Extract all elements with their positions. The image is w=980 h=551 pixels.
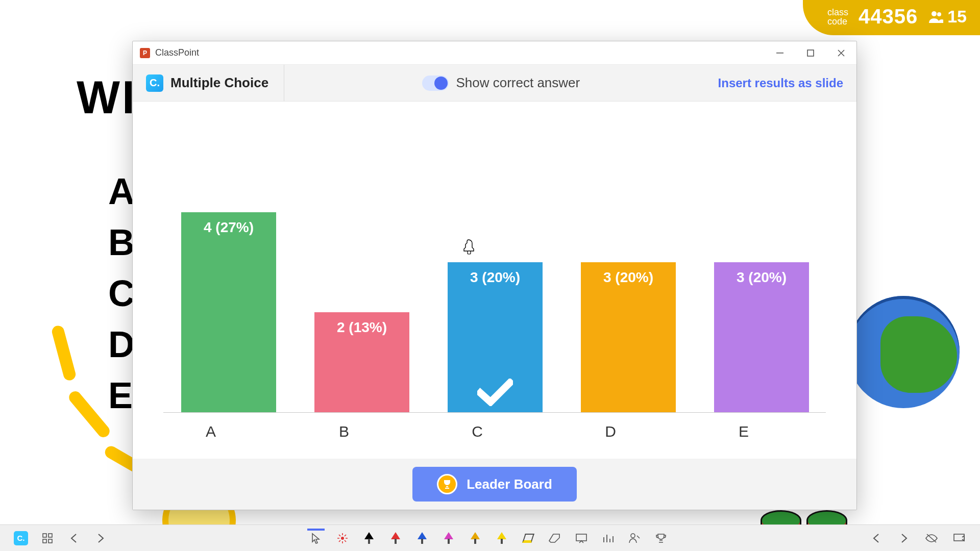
class-code-label-bottom: code: [827, 17, 848, 26]
pen-color-1[interactable]: [387, 530, 404, 547]
slide-option-d: D: [108, 319, 135, 370]
svg-rect-3: [807, 50, 814, 56]
axis-label-d: D: [563, 423, 658, 448]
insert-results-button[interactable]: Insert results as slide: [718, 76, 843, 90]
undo-back-button[interactable]: [868, 530, 885, 547]
pen-color-4[interactable]: [467, 530, 484, 547]
svg-rect-2: [776, 53, 783, 54]
pen-color-5[interactable]: [493, 530, 510, 547]
powerpoint-icon: P: [140, 48, 150, 58]
dialog-header: C. Multiple Choice Show correct answer I…: [133, 65, 856, 102]
present-button[interactable]: [950, 530, 968, 547]
bar-fill: 2 (13%): [314, 312, 409, 412]
pen-color-2[interactable]: [413, 530, 431, 547]
axis-label-c: C: [430, 423, 525, 448]
svg-rect-10: [576, 534, 586, 541]
correct-check-icon: [448, 379, 543, 406]
slide-option-letters: A B C D E: [108, 166, 135, 421]
bottom-toolbar: C.: [0, 524, 980, 551]
bar-value-label: 3 (20%): [603, 269, 653, 286]
student-count[interactable]: 15: [928, 7, 967, 27]
results-chart: 4 (27%)2 (13%)3 (20%)3 (20%)3 (20%) ABCD…: [133, 102, 856, 459]
svg-point-11: [631, 534, 635, 538]
hide-toolbar-button[interactable]: [923, 530, 940, 547]
laser-tool-button[interactable]: [334, 530, 351, 547]
slide-option-c: C: [108, 268, 135, 319]
nav-forward-button[interactable]: [92, 530, 109, 547]
svg-rect-8: [48, 539, 52, 543]
axis-label-a: A: [163, 423, 258, 448]
slide-option-b: B: [108, 217, 135, 268]
classpoint-app-button[interactable]: C.: [12, 530, 30, 547]
maximize-button[interactable]: [795, 41, 826, 65]
eraser-tool-button[interactable]: [546, 530, 564, 547]
bar-value-label: 4 (27%): [204, 219, 254, 236]
tool-name: Multiple Choice: [170, 75, 268, 91]
axis-label-b: B: [297, 423, 391, 448]
student-count-number: 15: [947, 7, 967, 27]
axis-label-e: E: [696, 423, 791, 448]
undo-forward-button[interactable]: [895, 530, 913, 547]
window-title: ClassPoint: [155, 47, 199, 58]
svg-point-9: [341, 537, 344, 540]
bar-fill: 3 (20%): [581, 262, 676, 412]
leader-board-label: Leader Board: [467, 477, 552, 492]
show-answer-toggle[interactable]: [422, 76, 449, 91]
dialog-footer: Leader Board: [133, 459, 856, 510]
slide-title-fragment: WI: [77, 71, 137, 124]
close-button[interactable]: [826, 41, 856, 65]
bar-value-label: 3 (20%): [737, 269, 787, 286]
class-code-label-top: class: [827, 8, 848, 17]
slide-option-a: A: [108, 166, 135, 217]
highlighter-tool-button[interactable]: [520, 530, 537, 547]
titlebar[interactable]: P ClassPoint: [133, 41, 856, 65]
classpoint-dialog: P ClassPoint C. Multiple Choice Show cor…: [132, 41, 857, 510]
trophy-icon: [437, 474, 457, 494]
poll-tool-button[interactable]: [599, 530, 617, 547]
bar-fill: 3 (20%): [448, 262, 543, 412]
class-code-label: class code: [827, 8, 848, 26]
bar-b[interactable]: 2 (13%): [314, 312, 409, 412]
bar-fill: 3 (20%): [714, 262, 809, 412]
bar-a[interactable]: 4 (27%): [181, 212, 276, 412]
earth-decoration: 🖐️: [847, 296, 980, 449]
grid-view-button[interactable]: [39, 530, 56, 547]
bar-fill: 4 (27%): [181, 212, 276, 412]
slide-option-e: E: [108, 370, 135, 421]
svg-rect-7: [43, 539, 46, 543]
bar-value-label: 2 (13%): [337, 319, 387, 336]
show-answer-label: Show correct answer: [456, 75, 580, 91]
svg-point-0: [932, 11, 937, 16]
award-tool-button[interactable]: [652, 530, 670, 547]
svg-rect-5: [43, 534, 46, 537]
cursor-tool-button[interactable]: [307, 529, 325, 546]
pen-color-3[interactable]: [440, 530, 457, 547]
leader-board-button[interactable]: Leader Board: [412, 467, 577, 502]
whiteboard-tool-button[interactable]: [573, 530, 590, 547]
class-code-value: 44356: [859, 5, 918, 28]
nav-back-button[interactable]: [65, 530, 83, 547]
minimize-button[interactable]: [765, 41, 795, 65]
svg-rect-6: [48, 534, 52, 537]
svg-point-1: [937, 12, 941, 16]
people-icon: [928, 10, 944, 24]
classpoint-icon: C.: [146, 74, 163, 92]
bar-d[interactable]: 3 (20%): [581, 262, 676, 412]
bar-value-label: 3 (20%): [470, 269, 520, 286]
pen-color-0[interactable]: [360, 530, 378, 547]
bar-e[interactable]: 3 (20%): [714, 262, 809, 412]
pick-name-tool-button[interactable]: [626, 530, 643, 547]
bar-c[interactable]: 3 (20%): [448, 262, 543, 412]
class-code-pill: class code 44356 15: [803, 0, 980, 35]
